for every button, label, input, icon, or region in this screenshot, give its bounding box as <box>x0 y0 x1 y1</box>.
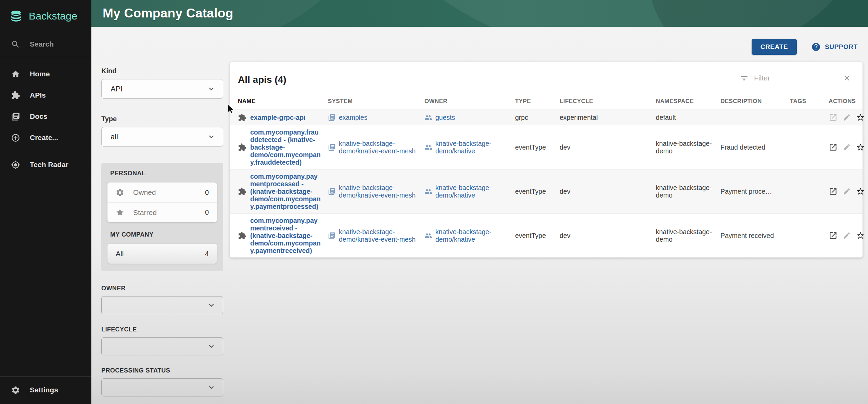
description-cell: Payment proce… <box>720 188 790 195</box>
help-icon <box>811 42 821 52</box>
filter-panel: Kind API Type all PERSONAL Owned 0 Starr… <box>101 67 223 404</box>
star-icon <box>116 208 124 217</box>
processing-status-select[interactable] <box>101 378 223 396</box>
page-header: My Company Catalog <box>91 0 868 27</box>
chevron-down-icon <box>207 132 216 141</box>
system-icon <box>328 232 336 240</box>
company-section-title: MY COMPANY <box>110 231 217 238</box>
catalog-title: All apis (4) <box>238 72 286 85</box>
close-icon[interactable] <box>843 74 851 82</box>
table-row: com.mycompany.paymentprocessed - (knativ… <box>230 169 863 214</box>
open-in-new-icon[interactable] <box>829 231 838 240</box>
sidebar-item-label: APIs <box>30 91 46 99</box>
lifecycle-select[interactable] <box>101 337 223 355</box>
system-link[interactable]: knative-backstage-demo/knative-event-mes… <box>339 184 419 199</box>
star-outline-icon[interactable] <box>856 113 865 122</box>
description-cell: Fraud detected <box>720 143 790 151</box>
namespace-cell: knative-backstage-demo <box>656 140 712 155</box>
type-label: Type <box>101 115 223 123</box>
chevron-down-icon <box>207 383 216 392</box>
filter-icon <box>740 74 749 83</box>
owned-label: Owned <box>133 188 205 197</box>
home-icon <box>11 70 20 79</box>
lifecycle-label: LIFECYCLE <box>101 326 223 333</box>
entity-name-link[interactable]: com.mycompany.paymentprocessed - (knativ… <box>250 173 321 210</box>
group-icon <box>424 188 432 195</box>
support-button[interactable]: SUPPORT <box>811 42 858 52</box>
entity-name-link[interactable]: example-grpc-api <box>250 114 321 121</box>
sidebar-item-label: Tech Radar <box>30 161 68 169</box>
type-cell: eventType <box>515 188 547 195</box>
table-filter-input[interactable] <box>749 74 843 82</box>
group-icon <box>424 232 432 240</box>
edit-icon[interactable] <box>843 113 851 122</box>
sidebar-item-settings[interactable]: Settings <box>0 379 91 401</box>
entity-name-link[interactable]: com.mycompany.paymentreceived - (knative… <box>250 217 321 254</box>
kind-select[interactable]: API <box>101 79 223 99</box>
star-outline-icon[interactable] <box>856 231 865 240</box>
owned-count: 0 <box>205 189 209 197</box>
entity-name-link[interactable]: com.mycompany.frauddetected - (knative-b… <box>250 128 321 166</box>
sidebar: Backstage Search Home APIs Docs Create..… <box>0 0 91 404</box>
column-header-type[interactable]: TYPE <box>515 98 560 105</box>
create-button[interactable]: CREATE <box>752 39 797 55</box>
star-outline-icon[interactable] <box>856 143 865 152</box>
edit-icon[interactable] <box>843 187 851 195</box>
system-link[interactable]: knative-backstage-demo/knative-event-mes… <box>339 228 419 243</box>
column-header-tags[interactable]: TAGS <box>790 98 829 105</box>
sidebar-item-label: Docs <box>30 112 47 121</box>
system-link[interactable]: examples <box>339 114 367 121</box>
page-title: My Company Catalog <box>103 6 233 21</box>
radar-icon <box>11 160 20 169</box>
sidebar-item-search[interactable]: Search <box>0 34 91 54</box>
column-header-name[interactable]: NAME <box>238 98 328 105</box>
backstage-logo[interactable]: Backstage <box>0 0 91 29</box>
api-puzzle-icon <box>238 113 246 122</box>
chevron-down-icon <box>207 301 216 310</box>
system-link[interactable]: knative-backstage-demo/knative-event-mes… <box>339 140 419 155</box>
edit-icon[interactable] <box>843 143 851 151</box>
plus-circle-icon <box>11 133 20 142</box>
lifecycle-cell: dev <box>560 143 656 151</box>
sidebar-divider <box>0 57 91 57</box>
kind-label: Kind <box>101 67 223 75</box>
namespace-cell: knative-backstage-demo <box>656 228 712 243</box>
processing-status-label: PROCESSING STATUS <box>101 367 223 374</box>
column-header-lifecycle[interactable]: LIFECYCLE <box>560 98 656 105</box>
ownership-box: PERSONAL Owned 0 Starred 0 MY COMPANY Al… <box>101 163 223 271</box>
sidebar-item-create[interactable]: Create... <box>0 127 91 148</box>
owner-link[interactable]: knative-backstage-demo/knative <box>435 140 510 155</box>
sidebar-divider <box>0 376 91 377</box>
column-header-description[interactable]: DESCRIPTION <box>720 98 790 105</box>
api-puzzle-icon <box>238 143 246 152</box>
open-in-new-icon[interactable] <box>829 113 838 122</box>
sidebar-item-apis[interactable]: APIs <box>0 85 91 106</box>
column-header-owner[interactable]: OWNER <box>424 98 515 105</box>
group-icon <box>424 114 432 122</box>
star-outline-icon[interactable] <box>856 187 865 196</box>
column-header-namespace[interactable]: NAMESPACE <box>656 98 720 105</box>
owner-link[interactable]: knative-backstage-demo/knative <box>435 228 510 243</box>
owner-link[interactable]: guests <box>435 114 455 121</box>
filter-all[interactable]: All 4 <box>107 244 217 264</box>
kind-value: API <box>111 85 123 93</box>
owner-label: OWNER <box>101 285 223 292</box>
edit-icon[interactable] <box>843 231 851 240</box>
toolbar: CREATE SUPPORT <box>752 39 858 55</box>
open-in-new-icon[interactable] <box>829 187 838 196</box>
lifecycle-cell: dev <box>560 188 656 195</box>
chevron-down-icon <box>207 342 216 351</box>
sidebar-item-docs[interactable]: Docs <box>0 106 91 127</box>
lifecycle-cell: experimental <box>560 114 656 121</box>
filter-starred[interactable]: Starred 0 <box>107 202 217 222</box>
filter-owned[interactable]: Owned 0 <box>107 182 217 202</box>
column-header-system[interactable]: SYSTEM <box>328 98 424 105</box>
owner-select[interactable] <box>101 296 223 314</box>
sidebar-item-tech-radar[interactable]: Tech Radar <box>0 154 91 175</box>
sidebar-item-home[interactable]: Home <box>0 63 91 85</box>
type-select[interactable]: all <box>101 127 223 147</box>
starred-label: Starred <box>133 209 205 217</box>
owner-link[interactable]: knative-backstage-demo/knative <box>435 184 510 199</box>
open-in-new-icon[interactable] <box>829 143 838 152</box>
table-filter <box>738 72 852 86</box>
